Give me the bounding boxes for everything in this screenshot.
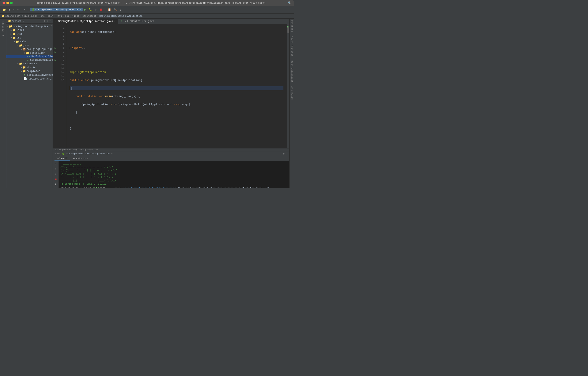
props-icon: ⚙ [24,73,25,77]
right-panel-strips: Database Maven Projects Bean Validation … [289,19,294,188]
structure-btn[interactable]: ≡ [23,8,26,12]
gutter-8 [53,54,58,58]
code-content[interactable]: package com.jinqi.springboot; ▶import ..… [66,24,287,148]
run-tab-close[interactable]: ✕ [111,153,113,155]
bc-main[interactable]: main [48,15,53,17]
run-config-selector[interactable]: 🌿 SpringBootHelloQuickApplication ▾ [30,8,82,11]
tree-item-templates[interactable]: ▶ 📁 templates [6,69,52,73]
tree-item-idea[interactable]: ▶ 📁 .idea [6,28,52,32]
idea-folder-icon: 📁 [12,29,16,32]
console-down-btn[interactable]: ↓ [54,172,58,176]
left-panel-strip: 1: Project [0,19,6,188]
line-numbers: 12345 678910 11121314 [58,24,66,148]
back-btn[interactable]: ← [12,8,15,12]
bc-jinqi[interactable]: jinqi [72,15,79,17]
console-up-btn[interactable]: ↑ [54,167,58,171]
gutter-10 [53,62,58,66]
tree-item-java[interactable]: ▼ 📁 java [6,44,52,47]
maven-panel[interactable]: Maven Projects [290,34,294,58]
toolbar: 📁 ↺ ← → ≡ 🌿 SpringBootHelloQuickApplicat… [0,6,294,13]
collapse-icon[interactable]: ≡ [49,20,51,23]
tab-hello-controller[interactable]: C HelloController.java ✕ [118,19,159,24]
minimize-button[interactable] [6,2,9,4]
spring-banner: . ____ _ __ _ _ /\\ / ___'_ __ _ _(_)_ _… [60,162,288,186]
forward-btn[interactable]: → [16,8,20,12]
title-bar: spring-boot-hello-quick [~/Downloads/spr… [0,0,294,6]
gutter-9: ▶ [53,58,58,62]
tab-close-btn[interactable]: ✕ [114,20,116,23]
tree-item-hello-controller[interactable]: ▶ C HelloController [6,55,52,58]
bc-com[interactable]: com [65,15,69,17]
ant-panel[interactable]: Ant Build [290,85,294,101]
tree-item-mvn[interactable]: ▶ 📁 .mvn [6,32,52,36]
build-btn[interactable]: 🔨 [113,8,118,12]
gutter-4 [53,38,58,42]
code-line-13: } [70,126,284,131]
bc-project[interactable]: 📁 spring-boot-hello-quick [2,15,37,17]
console-stop-btn[interactable]: ⏹ [54,177,58,181]
project-panel-label[interactable]: 1: Project [2,20,4,38]
run-with-coverage-btn[interactable]: ⚡ [94,8,98,12]
window-title: spring-boot-hello-quick [~/Downloads/spr… [15,2,288,4]
vcs-btn[interactable]: 📋 [107,8,112,12]
gutter-5 [53,42,58,46]
yml-icon: 📄 [24,77,27,81]
expand-icon: ▶ [10,29,12,32]
code-line-2 [70,38,284,42]
tree-item-src[interactable]: ▼ 📁 src [6,36,52,40]
tab-main-class[interactable]: ⚙ SpringBootHelloQuickApplication.java ✕ [53,19,118,24]
editor-bottom-bar: SpringBootHelloQuickApplication [53,148,289,151]
console-rerun-btn[interactable]: ↻ [54,162,58,166]
tab-endpoints[interactable]: ⊞ Endpoints [72,157,90,160]
class-run-icon[interactable]: ▶ [54,51,56,54]
bean-panel[interactable]: Bean Validation [290,59,294,84]
bc-springboot[interactable]: springboot [82,15,96,17]
tree-item-resources[interactable]: ▼ 📁 resources [6,62,52,66]
bc-src[interactable]: src [40,15,45,17]
tab-hello-close-btn[interactable]: ✕ [156,20,157,23]
console-dump-btn[interactable]: 📋 [54,187,58,188]
annotation-run-icon[interactable]: ▶ [54,46,56,50]
tree-item-props[interactable]: ⚙ application.properties [6,73,52,77]
scroll-indicator[interactable] [287,24,289,148]
tree-item-root[interactable]: ▼ 📁 spring-boot-hello-quick ~/Downloads/… [6,24,52,28]
bc-java[interactable]: java [56,15,62,17]
bc-class[interactable]: SpringBootHelloQuickApplication [99,15,143,17]
console-pause-btn[interactable]: ⏸ [54,182,58,187]
log-line-1: 2019-03-19 19:41:06.314 INFO 4840 --- [ … [60,187,288,188]
run-settings-icon[interactable]: ⚙ [283,153,285,155]
run-down-icon[interactable]: ↓ [286,153,288,155]
stop-btn[interactable]: ⏹ [98,7,103,12]
tree-item-controller[interactable]: ▼ 📁 controller [6,51,52,55]
tree-item-main[interactable]: ▼ 📁 main [6,40,52,44]
debug-btn[interactable]: 🐛 [88,7,94,12]
close-button[interactable] [2,2,5,4]
code-line-5 [70,62,284,66]
code-block: ▶ ▶ ▶ 12345 678910 11121314 [53,24,289,148]
tree-item-static[interactable]: ▶ 📁 static [6,66,52,69]
gutter-7: ▶ [53,50,58,54]
gutter-3 [53,34,58,38]
gear-icon[interactable]: ⚙ [44,20,45,23]
tab-console[interactable]: ⊟ Console [54,156,70,161]
scroll-thumb[interactable] [287,27,289,33]
run-btn[interactable]: ▶ [84,7,87,12]
database-panel[interactable]: Database [290,19,294,34]
tree-item-main-class[interactable]: ⚙ SpringBootHelloQuickApplication [6,58,52,62]
code-line-1: package com.jinqi.springboot; [70,30,284,34]
console-main: ↻ ↑ ↓ ⏹ ⏸ 📋 ✕ ⚙ 🔍 ★ ↩ . ____ _ [53,161,289,188]
refresh-icon[interactable]: ↺ [47,20,48,23]
search-icon[interactable]: 🔍 [288,1,292,5]
code-line-9: public static void main(String[] args) { [70,94,284,98]
main-run-icon[interactable]: ▶ [54,59,56,62]
main-container: 1: Project 📁 Project ▾ ⚙ ↺ ≡ ▼ 📁 spring-… [0,19,294,188]
tree-item-package[interactable]: ▼ 📦 com.jinqi.springboot [6,47,52,51]
project-explorer-btn[interactable]: 📁 [2,8,7,12]
settings-btn[interactable]: ⚙ [119,8,122,12]
expand-icon: ▼ [17,63,19,65]
tab-main-label: SpringBootHelloQuickApplication.java [58,20,113,23]
maximize-button[interactable] [10,2,13,4]
sync-btn[interactable]: ↺ [8,8,11,12]
main-folder-icon: 📁 [16,40,19,43]
tree-item-yml[interactable]: 📄 application.yml [6,77,52,81]
